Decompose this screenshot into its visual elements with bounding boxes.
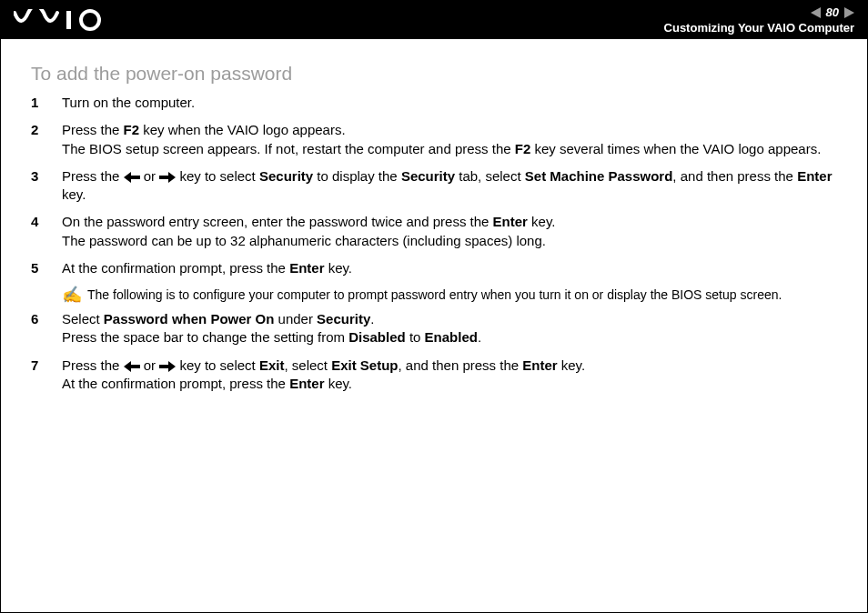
- note-text: The following is to configure your compu…: [87, 286, 782, 303]
- step-number: 2: [31, 121, 62, 139]
- step-text: Turn on the computer.: [62, 94, 842, 112]
- step-text: At the confirmation prompt, press the En…: [62, 259, 842, 277]
- header-bar: 80 Customizing Your VAIO Computer: [1, 1, 867, 39]
- step-item: 5At the confirmation prompt, press the E…: [31, 259, 842, 277]
- svg-rect-0: [66, 11, 71, 29]
- step-item: 7Press the or key to select Exit, select…: [31, 357, 842, 394]
- step-text: Press the F2 key when the VAIO logo appe…: [62, 121, 842, 158]
- step-item: 1Turn on the computer.: [31, 94, 842, 112]
- step-number: 7: [31, 357, 62, 375]
- page-title: To add the power-on password: [31, 63, 842, 85]
- step-text: Select Password when Power On under Secu…: [62, 310, 842, 347]
- step-number: 1: [31, 94, 62, 112]
- right-arrow-icon: [159, 168, 176, 184]
- svg-point-1: [81, 11, 99, 29]
- vaio-logo: [14, 9, 123, 31]
- note-block: ✍ The following is to configure your com…: [62, 286, 842, 303]
- note-icon: ✍: [62, 286, 82, 303]
- left-arrow-icon: [124, 357, 140, 373]
- step-item: 4On the password entry screen, enter the…: [31, 213, 842, 250]
- step-item: 6Select Password when Power On under Sec…: [31, 310, 842, 347]
- right-arrow-icon: [159, 357, 176, 373]
- step-text: Press the or key to select Security to d…: [62, 167, 842, 205]
- manual-page: 80 Customizing Your VAIO Computer To add…: [0, 0, 868, 613]
- section-title: Customizing Your VAIO Computer: [664, 21, 854, 35]
- step-number: 6: [31, 310, 62, 328]
- prev-page-icon[interactable]: [811, 7, 821, 18]
- step-text: On the password entry screen, enter the …: [62, 213, 842, 250]
- steps-list-continued: 6Select Password when Power On under Sec…: [31, 310, 842, 393]
- next-page-icon[interactable]: [844, 7, 854, 18]
- page-content: To add the power-on password 1Turn on th…: [1, 39, 867, 393]
- step-number: 5: [31, 259, 62, 277]
- step-number: 3: [31, 167, 62, 186]
- steps-list: 1Turn on the computer.2Press the F2 key …: [31, 94, 842, 277]
- step-text: Press the or key to select Exit, select …: [62, 357, 842, 394]
- page-number: 80: [826, 5, 839, 19]
- step-item: 2Press the F2 key when the VAIO logo app…: [31, 121, 842, 158]
- header-right: 80 Customizing Your VAIO Computer: [664, 5, 854, 35]
- page-navigator: 80: [811, 5, 854, 19]
- step-item: 3Press the or key to select Security to …: [31, 167, 842, 205]
- left-arrow-icon: [124, 168, 140, 184]
- step-number: 4: [31, 213, 62, 231]
